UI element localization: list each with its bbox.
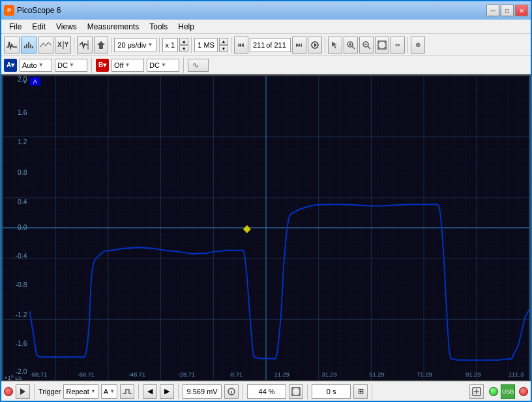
- time-per-div-select[interactable]: 20 μs/div ▼: [114, 38, 156, 52]
- main-toolbar: X Y 20 μs/div ▼ x 1 ▲ ▼ 1 MS: [1, 34, 531, 56]
- samples-up-btn[interactable]: ▲: [219, 38, 228, 45]
- connection-led: [489, 387, 498, 396]
- svg-text:A: A: [33, 78, 38, 85]
- svg-rect-2: [28, 42, 29, 48]
- svg-text:-68.71: -68.71: [78, 370, 95, 377]
- persistence-mode-btn[interactable]: [38, 37, 53, 54]
- status-sep-3: [178, 384, 179, 399]
- time-offset-value: 0 s: [312, 384, 351, 399]
- cursor-left-btn[interactable]: ◀: [143, 384, 157, 399]
- minimize-button[interactable]: ─: [486, 5, 499, 16]
- samples-value: 1 MS: [198, 41, 214, 49]
- status-play-btn[interactable]: [16, 384, 30, 399]
- status-sep-4: [243, 384, 243, 399]
- svg-text:11.29: 11.29: [274, 370, 289, 377]
- mag-down-btn[interactable]: ▼: [179, 45, 188, 52]
- channel-toolbar: A▾ Auto ▼ DC ▼ B▾ Off ▼ DC ▼ ∿: [1, 56, 531, 74]
- ch-separator-1: [91, 57, 92, 73]
- svg-text:0.4: 0.4: [18, 198, 27, 206]
- cursor-btn[interactable]: [328, 37, 342, 54]
- svg-rect-4: [32, 46, 33, 48]
- add-measurement-btn[interactable]: [469, 384, 484, 399]
- magnification-select[interactable]: x 1: [162, 38, 179, 52]
- menu-file[interactable]: File: [4, 21, 27, 33]
- svg-text:-88.71: -88.71: [30, 370, 48, 377]
- main-window: P PicoScope 6 ─ □ ✕ File Edit Views Meas…: [0, 0, 532, 402]
- svg-text:-0.8: -0.8: [16, 281, 27, 288]
- channel-a-range[interactable]: Auto ▼: [20, 59, 52, 72]
- time-per-div-arrow: ▼: [148, 42, 153, 48]
- scope-display: 2.0 V 1.6 1.2 0.8 0.4 0.0 -0.4 -0.8 -1.2…: [3, 76, 529, 380]
- oscilloscope-mode-btn[interactable]: [4, 37, 20, 54]
- svg-text:-28.71: -28.71: [178, 370, 196, 377]
- math-channel-btn[interactable]: ∿: [188, 59, 209, 72]
- titlebar: P PicoScope 6 ─ □ ✕: [1, 1, 531, 20]
- nav-first-btn[interactable]: ⏮: [234, 37, 248, 54]
- menu-measurements[interactable]: Measurements: [82, 21, 144, 33]
- svg-line-14: [368, 46, 370, 49]
- ch-separator-2: [183, 57, 184, 73]
- menu-edit[interactable]: Edit: [27, 21, 51, 33]
- svg-text:31.29: 31.29: [321, 370, 336, 377]
- zoom-out-btn[interactable]: [359, 37, 374, 54]
- spectrum-mode-btn[interactable]: [21, 37, 37, 54]
- trigger-edge-btn[interactable]: [120, 384, 134, 399]
- svg-text:51.29: 51.29: [369, 370, 384, 377]
- home-btn[interactable]: [94, 37, 108, 54]
- cursor-right-btn[interactable]: ▶: [160, 384, 174, 399]
- measurement-value: 9.569 mV: [183, 384, 222, 399]
- separator-7: [407, 37, 408, 53]
- mag-up-btn[interactable]: ▲: [179, 38, 188, 45]
- status-led-2: [519, 387, 528, 396]
- trigger-mode-select[interactable]: Repeat ▼: [63, 384, 98, 399]
- statusbar: Trigger Repeat ▼ A ▼ ◀ ▶ 9.569 mV 44 %: [1, 381, 531, 401]
- menu-tools[interactable]: Tools: [144, 21, 173, 33]
- channel-b-label: B▾: [96, 59, 109, 72]
- trigger-label: Trigger: [38, 388, 61, 395]
- channel-b-state[interactable]: Off ▼: [111, 59, 144, 72]
- svg-text:111.3: 111.3: [509, 370, 524, 377]
- window-title: PicoScope 6: [17, 6, 484, 15]
- channel-b-coupling[interactable]: DC ▼: [147, 59, 179, 72]
- svg-rect-0: [24, 46, 25, 48]
- zoom-in-btn[interactable]: [344, 37, 358, 54]
- time-offset-btn[interactable]: ⊞: [353, 384, 368, 399]
- trigger-channel-select[interactable]: A ▼: [101, 384, 117, 399]
- samples-select[interactable]: 1 MS: [194, 38, 218, 52]
- channel-a-label: A▾: [4, 59, 17, 72]
- channel-a-coupling[interactable]: DC ▼: [55, 59, 87, 72]
- status-sep-5: [307, 384, 308, 399]
- svg-text:-8.71: -8.71: [229, 370, 243, 377]
- svg-text:-1.6: -1.6: [16, 339, 27, 347]
- time-per-div-value: 20 μs/div: [117, 41, 146, 49]
- svg-text:1.6: 1.6: [18, 108, 27, 116]
- status-sep-1: [34, 384, 35, 399]
- nav-counter: 211 of 211: [250, 38, 291, 52]
- magnification-value: x 1: [166, 41, 175, 49]
- zoom-value: 44 %: [247, 384, 286, 399]
- menu-help[interactable]: Help: [173, 21, 200, 33]
- svg-marker-7: [97, 41, 105, 49]
- ruler-btn[interactable]: ⊕: [411, 37, 425, 54]
- zoom-fit-status-btn[interactable]: [289, 384, 303, 399]
- zoom-wave-btn[interactable]: [77, 37, 93, 54]
- nav-last-btn[interactable]: ⏭: [292, 37, 306, 54]
- scroll-btn[interactable]: ⇔: [391, 37, 405, 54]
- measurement-info-btn[interactable]: [224, 384, 239, 399]
- nav-play-btn[interactable]: [308, 37, 322, 54]
- svg-text:-48.71: -48.71: [128, 370, 146, 377]
- close-button[interactable]: ✕: [515, 5, 528, 16]
- maximize-button[interactable]: □: [501, 5, 514, 16]
- device-btn[interactable]: USB: [501, 384, 515, 399]
- samples-down-btn[interactable]: ▼: [219, 45, 228, 52]
- svg-text:×1⁰ μs: ×1⁰ μs: [4, 374, 22, 380]
- svg-text:1.2: 1.2: [18, 138, 27, 146]
- zoom-fit-btn[interactable]: [375, 37, 389, 54]
- xy-mode-btn[interactable]: X Y: [55, 37, 71, 54]
- nav-current: 211: [253, 41, 265, 49]
- status-sep-6: [372, 384, 372, 399]
- app-icon: P: [4, 5, 14, 16]
- svg-text:∿: ∿: [192, 61, 199, 70]
- led-indicator: [4, 387, 13, 396]
- menu-views[interactable]: Views: [51, 21, 82, 33]
